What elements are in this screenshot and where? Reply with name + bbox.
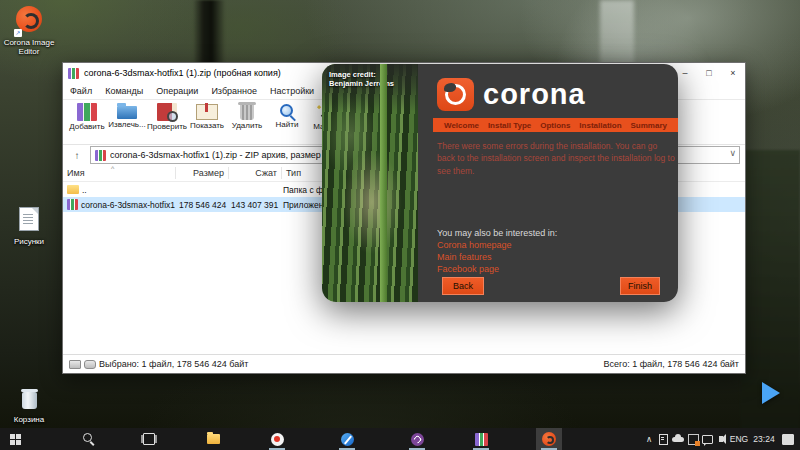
tab-summary[interactable]: Summary (630, 121, 666, 130)
link-corona-homepage[interactable]: Corona homepage (437, 240, 512, 250)
tray-badge-icon[interactable] (686, 428, 700, 450)
tray-chat-icon[interactable] (701, 428, 714, 450)
cloud-glyph (672, 437, 684, 442)
corona-icon (542, 432, 556, 446)
maximize-button[interactable]: □ (697, 63, 721, 83)
viber-icon (411, 433, 424, 446)
window-title: corona-6-3dsmax-hotfix1 (1).zip (пробная… (84, 68, 281, 78)
shortcut-arrow-icon: ↗ (14, 29, 22, 37)
sort-indicator-icon: ^ (111, 163, 114, 175)
search-icon (83, 433, 95, 445)
recycle-bin-icon (22, 392, 37, 409)
toolbar-label: Извлечь... (108, 120, 145, 129)
test-archive-icon (157, 103, 177, 121)
tray-expand-button[interactable]: ∧ (642, 428, 656, 450)
taskbar-search-button[interactable] (76, 428, 102, 450)
volume-icon[interactable] (714, 428, 727, 450)
badge-glyph (688, 434, 699, 445)
up-directory-button[interactable]: ↑ (68, 147, 86, 163)
notification-glyph (782, 434, 794, 445)
taskbar: ∧ ENG 23:24 (0, 428, 800, 450)
document-glyph (659, 434, 668, 445)
viber-app-button[interactable] (404, 428, 430, 450)
status-selected: Выбрано: 1 файл, 178 546 424 байт (99, 359, 248, 369)
onedrive-cloud-icon[interactable] (670, 428, 685, 450)
play-overlay-icon[interactable] (762, 382, 780, 404)
chat-glyph (702, 435, 713, 444)
windows-logo-icon (10, 434, 21, 445)
tray-document-icon[interactable] (657, 428, 669, 450)
winrar-taskbar-button[interactable] (468, 428, 494, 450)
installation-error-message: There were some errors during the instal… (437, 140, 675, 177)
desktop-icon-label: Рисунки (0, 237, 58, 246)
test-button[interactable]: Проверить (147, 102, 187, 131)
winrar-app-icon (68, 68, 79, 79)
add-button[interactable]: Добавить (67, 102, 107, 131)
paint-app-button[interactable] (334, 428, 360, 450)
browser-app-icon (271, 433, 284, 446)
folder-icon (207, 434, 220, 444)
toolbar-label: Показать (190, 121, 224, 130)
tab-install-type[interactable]: Install Type (488, 121, 531, 130)
finish-button[interactable]: Finish (620, 277, 660, 295)
column-header-size[interactable]: Размер (176, 167, 229, 179)
add-archive-icon (77, 103, 97, 121)
tab-welcome[interactable]: Welcome (444, 121, 479, 130)
task-view-button[interactable] (136, 428, 162, 450)
disk-icon (69, 360, 81, 369)
speaker-glyph (719, 436, 723, 442)
chevron-down-icon[interactable]: ∨ (729, 148, 736, 158)
task-view-icon (143, 433, 155, 445)
toolbar-label: Проверить (147, 122, 187, 131)
column-header-packed[interactable]: Сжат (229, 167, 282, 179)
toolbar-label: Добавить (69, 122, 104, 131)
notification-center-button[interactable] (780, 428, 796, 450)
file-explorer-button[interactable] (200, 428, 226, 450)
link-facebook-page[interactable]: Facebook page (437, 264, 499, 274)
clock[interactable]: 23:24 (750, 428, 778, 450)
browser-app-button[interactable] (264, 428, 290, 450)
extract-button[interactable]: Извлечь... (107, 102, 147, 129)
folder-icon (67, 185, 79, 194)
tab-options[interactable]: Options (540, 121, 570, 130)
tab-installation[interactable]: Installation (579, 121, 621, 130)
status-total: Всего: 1 файл, 178 546 424 байт (604, 359, 739, 369)
desktop: ↗ Corona Image Editor Рисунки Корзина co… (0, 0, 800, 450)
delete-button[interactable]: Удалить (227, 102, 267, 130)
menu-commands[interactable]: Команды (105, 86, 143, 96)
view-button[interactable]: Показать (187, 102, 227, 130)
menu-favorites[interactable]: Избранное (211, 86, 257, 96)
desktop-icon-label: Корзина (0, 415, 58, 424)
menu-operations[interactable]: Операции (156, 86, 198, 96)
installer-steps-bar: Welcome Install Type Options Installatio… (433, 118, 678, 132)
menu-file[interactable]: Файл (70, 86, 92, 96)
drive-icon (84, 360, 96, 369)
desktop-icon-corona-image-editor[interactable]: ↗ Corona Image Editor (0, 6, 58, 56)
winrar-icon (475, 433, 488, 446)
close-button[interactable]: × (721, 63, 745, 83)
winrar-archive-icon (95, 150, 106, 161)
corona-wordmark: corona (483, 78, 586, 111)
status-bar: Выбрано: 1 файл, 178 546 424 байт Всего:… (63, 354, 745, 373)
corona-logo: corona (437, 78, 586, 111)
toolbar-label: Найти (276, 120, 299, 129)
menu-settings[interactable]: Настройки (270, 86, 314, 96)
find-button[interactable]: Найти (267, 102, 307, 129)
desktop-icon-label: Corona Image Editor (0, 38, 58, 56)
document-icon (19, 207, 39, 231)
start-button[interactable] (2, 428, 28, 450)
corona-installer-taskbar-button[interactable] (536, 428, 562, 450)
installer-side-image: Image credit: Benjamin Jerrems (322, 64, 418, 302)
link-main-features[interactable]: Main features (437, 252, 492, 262)
application-icon (67, 199, 78, 210)
column-header-name[interactable]: Имя ^ (63, 167, 176, 179)
trash-icon (240, 105, 254, 120)
desktop-icon-document[interactable]: Рисунки (0, 207, 58, 246)
language-indicator[interactable]: ENG (728, 428, 750, 450)
corona-logo-icon (437, 78, 474, 111)
extract-folder-icon (117, 106, 137, 119)
desktop-icon-recycle-bin[interactable]: Корзина (0, 392, 58, 424)
corona-installer-dialog: Image credit: Benjamin Jerrems corona We… (322, 64, 678, 302)
toolbar-label: Удалить (232, 121, 263, 130)
back-button[interactable]: Back (442, 277, 484, 295)
